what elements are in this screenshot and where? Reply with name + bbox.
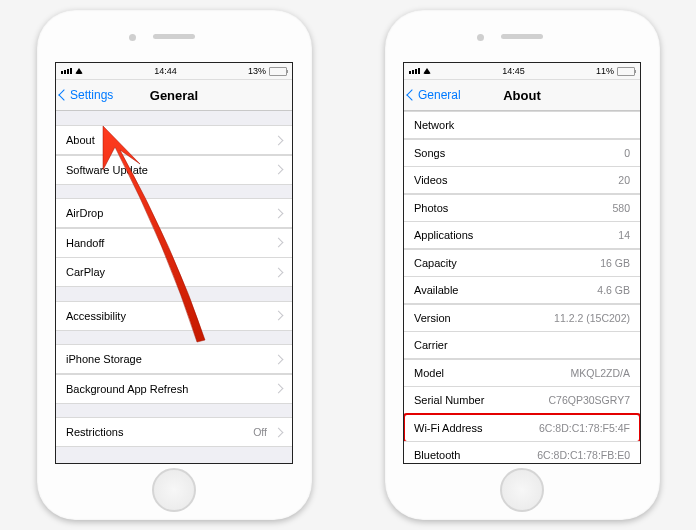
nav-title: General: [56, 88, 292, 103]
status-bar: 14:45 11%: [404, 63, 640, 80]
chevron-right-icon: [274, 165, 284, 175]
row-restrictions[interactable]: RestrictionsOff: [56, 417, 292, 447]
row-accessibility[interactable]: Accessibility: [56, 301, 292, 331]
row-background-app-refresh[interactable]: Background App Refresh: [56, 374, 292, 404]
row-value: 11.2.2 (15C202): [554, 312, 630, 324]
nav-title: About: [404, 88, 640, 103]
row-songs[interactable]: Songs0: [404, 139, 640, 167]
wifi-icon: [423, 68, 431, 74]
row-label: Serial Number: [414, 394, 484, 406]
settings-list[interactable]: About Software Update AirDrop Handoff Ca…: [56, 111, 292, 461]
battery-pct: 11%: [596, 66, 614, 76]
row-model[interactable]: ModelMKQL2ZD/A: [404, 359, 640, 387]
row-videos[interactable]: Videos20: [404, 166, 640, 194]
row-label: Photos: [414, 202, 448, 214]
phone-camera: [477, 34, 484, 41]
row-label: Capacity: [414, 257, 457, 269]
row-about[interactable]: About: [56, 125, 292, 155]
phone-speaker: [501, 34, 543, 39]
row-handoff[interactable]: Handoff: [56, 228, 292, 258]
row-label: Model: [414, 367, 444, 379]
row-photos[interactable]: Photos580: [404, 194, 640, 222]
row-label: Available: [414, 284, 458, 296]
status-bar: 14:44 13%: [56, 63, 292, 80]
row-value: 16 GB: [600, 257, 630, 269]
chevron-right-icon: [274, 311, 284, 321]
chevron-right-icon: [274, 208, 284, 218]
row-applications[interactable]: Applications14: [404, 221, 640, 249]
row-value: 6C:8D:C1:78:FB:E0: [537, 449, 630, 461]
row-value: 6C:8D:C1:78:F5:4F: [539, 422, 630, 434]
row-value: 0: [624, 147, 630, 159]
screen-general: 14:44 13% Settings General About Softwar…: [55, 62, 293, 464]
row-airdrop[interactable]: AirDrop: [56, 198, 292, 228]
battery-icon: [269, 67, 287, 76]
row-label: Version: [414, 312, 451, 324]
battery-pct: 13%: [248, 66, 266, 76]
chevron-right-icon: [274, 427, 284, 437]
row-label: Bluetooth: [414, 449, 460, 461]
row-bluetooth[interactable]: Bluetooth6C:8D:C1:78:FB:E0: [404, 441, 640, 464]
phone-camera: [129, 34, 136, 41]
row-available[interactable]: Available4.6 GB: [404, 276, 640, 304]
row-label: Wi-Fi Address: [414, 422, 482, 434]
status-time: 14:45: [502, 66, 525, 76]
screen-about: 14:45 11% General About NetworkSongs0Vid…: [403, 62, 641, 464]
row-capacity[interactable]: Capacity16 GB: [404, 249, 640, 277]
home-button[interactable]: [152, 468, 196, 512]
row-label: Applications: [414, 229, 473, 241]
chevron-right-icon: [274, 135, 284, 145]
chevron-right-icon: [274, 267, 284, 277]
chevron-right-icon: [274, 238, 284, 248]
signal-icon: [61, 68, 72, 74]
row-serial-number[interactable]: Serial NumberC76QP30SGRY7: [404, 386, 640, 414]
row-value: MKQL2ZD/A: [570, 367, 630, 379]
row-label: Videos: [414, 174, 447, 186]
row-wi-fi-address[interactable]: Wi-Fi Address6C:8D:C1:78:F5:4F: [404, 414, 640, 442]
chevron-right-icon: [274, 354, 284, 364]
wifi-icon: [75, 68, 83, 74]
row-version[interactable]: Version11.2.2 (15C202): [404, 304, 640, 332]
battery-icon: [617, 67, 635, 76]
row-label: Songs: [414, 147, 445, 159]
nav-bar: General About: [404, 80, 640, 111]
iphone-left: 14:44 13% Settings General About Softwar…: [37, 10, 312, 520]
row-iphone-storage[interactable]: iPhone Storage: [56, 344, 292, 374]
row-network[interactable]: Network: [404, 111, 640, 139]
row-label: Carrier: [414, 339, 448, 351]
chevron-right-icon: [274, 384, 284, 394]
row-label: Network: [414, 119, 454, 131]
signal-icon: [409, 68, 420, 74]
row-carplay[interactable]: CarPlay: [56, 257, 292, 287]
row-value: 580: [612, 202, 630, 214]
iphone-right: 14:45 11% General About NetworkSongs0Vid…: [385, 10, 660, 520]
phone-speaker: [153, 34, 195, 39]
status-time: 14:44: [154, 66, 177, 76]
row-value: 14: [618, 229, 630, 241]
row-value: 20: [618, 174, 630, 186]
home-button[interactable]: [500, 468, 544, 512]
row-software-update[interactable]: Software Update: [56, 155, 292, 185]
about-list[interactable]: NetworkSongs0Videos20Photos580Applicatio…: [404, 111, 640, 464]
row-value: C76QP30SGRY7: [548, 394, 630, 406]
nav-bar: Settings General: [56, 80, 292, 111]
row-carrier[interactable]: Carrier: [404, 331, 640, 359]
row-value: 4.6 GB: [597, 284, 630, 296]
